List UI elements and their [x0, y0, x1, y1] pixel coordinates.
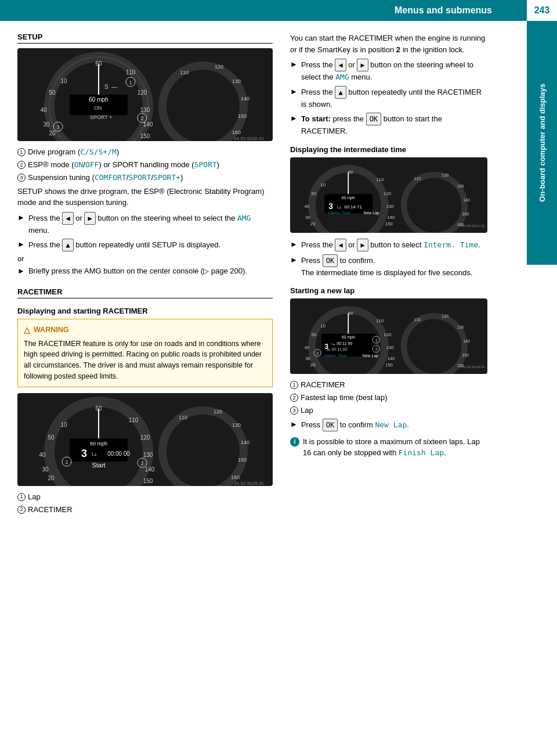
side-tab: On-board computer and displays	[527, 21, 557, 265]
svg-text:130: 130	[457, 183, 464, 188]
btn-right-int1: ▶	[357, 239, 368, 251]
svg-text:110: 110	[376, 177, 384, 182]
int-arrow-2: ►	[290, 254, 298, 279]
svg-text:50: 50	[48, 434, 55, 441]
svg-text:Start: Start	[92, 462, 105, 469]
header-title: Menus and submenus	[0, 5, 527, 16]
new-lap-num-2: 2	[290, 394, 298, 402]
svg-text:00:11 60: 00:11 60	[331, 347, 347, 351]
setup-bullet-1: ► Press the ◀ or ▶ button on the steerin…	[17, 212, 273, 236]
btn-left-int1: ◀	[335, 239, 346, 251]
svg-text:130: 130	[232, 78, 241, 84]
new-lap-item-2: 2 Fastest lap time (best lap)	[290, 393, 487, 403]
intermediate-cluster-image: 10 60 110 120 50 40 130 140 30 20 150 60…	[290, 157, 487, 233]
svg-text:Interm. Time: Interm. Time	[324, 354, 346, 358]
svg-text:30: 30	[42, 466, 49, 473]
svg-text:S: S	[104, 84, 108, 90]
warning-title: △ WARNING	[24, 324, 266, 336]
svg-text:110: 110	[179, 415, 187, 420]
right-column: You can start the RACETIMER when the eng…	[290, 33, 522, 517]
new-lap-cluster-image: 10 60 110 120 50 40 130 140 30 20 150 60…	[290, 298, 487, 374]
btn-left-r1: ◀	[335, 59, 346, 71]
btn-ok-nl1: OK	[323, 419, 338, 431]
svg-text:120: 120	[384, 191, 392, 196]
svg-text:New Lap: New Lap	[363, 211, 379, 215]
info-icon: i	[290, 437, 299, 447]
right-bullet-1-text: Press the ◀ or ▶ button on the steering …	[301, 59, 487, 83]
svg-text:140: 140	[387, 356, 395, 361]
svg-text:2: 2	[140, 460, 143, 466]
info-box: i It is possible to store a maximum of s…	[290, 436, 487, 459]
svg-text:BL: BL	[327, 347, 331, 351]
racetimer-section-title: RACETIMER	[17, 287, 273, 298]
item-num-3: 3	[17, 174, 26, 182]
svg-text:150: 150	[385, 221, 393, 226]
right-intro-text: You can start the RACETIMER when the eng…	[290, 33, 487, 55]
svg-text:120: 120	[215, 64, 223, 70]
setup-item-2: 2 ESP® mode (ON/OFF) or SPORT handling m…	[17, 160, 273, 170]
svg-text:2: 2	[140, 116, 143, 121]
svg-text:140: 140	[241, 440, 249, 445]
svg-text:1: 1	[375, 339, 377, 343]
new-lap-num-3: 3	[290, 406, 298, 415]
svg-text:60: 60	[348, 311, 353, 316]
svg-text:150: 150	[238, 113, 247, 119]
or-divider: or	[17, 254, 273, 263]
svg-text:40: 40	[304, 203, 309, 208]
svg-text:160: 160	[457, 222, 464, 226]
btn-ok-int2: OK	[323, 254, 338, 267]
bullet-arrow-2: ►	[17, 239, 25, 251]
svg-text:150: 150	[385, 362, 393, 368]
svg-text:10: 10	[60, 78, 67, 84]
svg-text:120: 120	[442, 172, 449, 177]
racetimer-item-1-text: Lap	[28, 492, 41, 502]
bullet-arrow-3: ►	[17, 265, 25, 277]
svg-text:120: 120	[442, 314, 449, 318]
svg-text:L₁: L₁	[337, 204, 341, 208]
svg-text:New Lap: New Lap	[363, 354, 379, 358]
svg-text:110: 110	[129, 417, 139, 423]
svg-text:120: 120	[140, 434, 150, 441]
svg-text:20: 20	[310, 221, 316, 226]
svg-text:20: 20	[49, 130, 56, 136]
svg-text:140: 140	[463, 198, 470, 202]
warning-text: The RACETIMER feature is only for use on…	[24, 340, 262, 380]
svg-text:30: 30	[305, 356, 310, 361]
setup-item-1: 1 Drive program (C/S/S+/M)	[17, 147, 273, 157]
btn-right-1: ▶	[84, 212, 95, 225]
svg-text:130: 130	[386, 345, 395, 350]
svg-text:150: 150	[462, 353, 469, 357]
new-lap-item-2-text: Fastest lap time (best lap)	[301, 393, 388, 403]
btn-right-r1: ▶	[357, 59, 368, 71]
svg-text:120: 120	[384, 332, 392, 337]
svg-text:150: 150	[238, 457, 247, 463]
right-arrow-2: ►	[290, 86, 298, 110]
svg-text:1: 1	[129, 80, 132, 85]
side-tab-label: On-board computer and displays	[538, 84, 547, 202]
racetimer-item-2: 2 RACETIMER	[17, 505, 273, 515]
svg-text:1: 1	[65, 459, 68, 465]
setup-item-2-text: ESP® mode (ON/OFF) or SPORT handling mod…	[28, 160, 219, 170]
svg-text:150: 150	[140, 133, 150, 139]
svg-text:—: —	[111, 84, 117, 90]
racetimer-num-1: 1	[17, 493, 26, 501]
svg-text:110: 110	[180, 70, 189, 75]
main-content: SETUP 10 60 110 120 50 40 130 140 30 20	[0, 21, 557, 529]
svg-text:00:14 71: 00:14 71	[344, 204, 361, 209]
intermediate-cluster-svg: 10 60 110 120 50 40 130 140 30 20 150 60…	[290, 157, 487, 233]
new-lap-section-title: Starting a new lap	[290, 286, 487, 295]
svg-text:140: 140	[143, 121, 153, 128]
svg-text:150: 150	[143, 478, 153, 484]
setup-bullet-2-text: Press the ▲ button repeatedly until SETU…	[28, 239, 220, 251]
racetimer-item-1: 1 Lap	[17, 492, 273, 502]
svg-text:130: 130	[386, 203, 395, 208]
left-column: SETUP 10 60 110 120 50 40 130 140 30 20	[17, 33, 273, 517]
setup-bullet-3: ► Briefly press the AMG button on the ce…	[17, 265, 273, 277]
racetimer-cluster-svg: 10 60 110 120 50 40 130 140 30 20 150 60…	[17, 393, 273, 486]
new-lap-cluster-svg: 10 60 110 120 50 40 130 140 30 20 150 60…	[290, 298, 487, 374]
racetimer-sub-title: Displaying and starting RACETIMER	[17, 307, 273, 315]
svg-text:10: 10	[60, 422, 67, 428]
svg-text:30: 30	[305, 214, 310, 219]
svg-text:110: 110	[414, 176, 421, 180]
svg-text:ON: ON	[94, 105, 102, 111]
